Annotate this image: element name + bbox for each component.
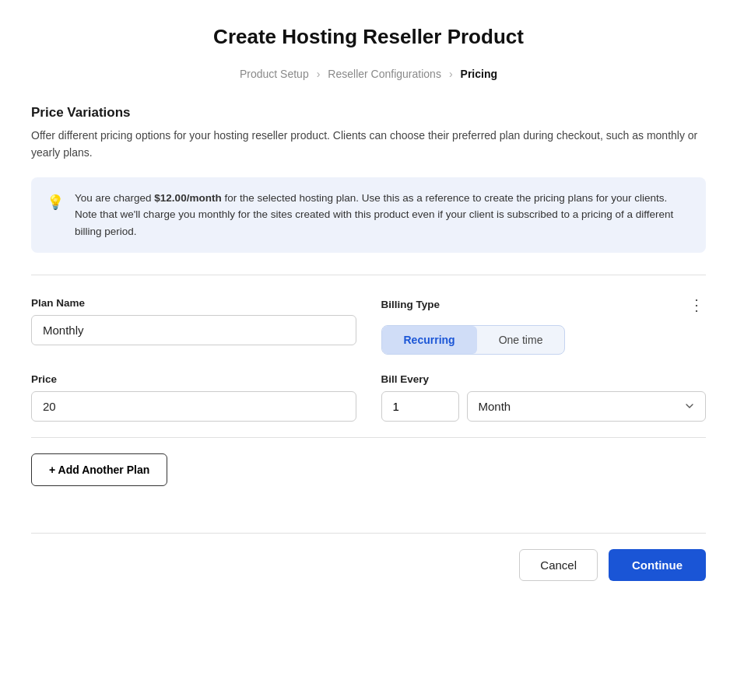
info-icon: 💡 <box>47 191 64 214</box>
bill-every-label: Bill Every <box>381 373 707 385</box>
bill-every-number-input[interactable] <box>381 391 459 422</box>
cancel-button[interactable]: Cancel <box>519 549 598 581</box>
billing-onetime-button[interactable]: One time <box>477 326 565 354</box>
chevron-icon-1: › <box>317 68 321 80</box>
price-variations-section: Price Variations Offer different pricing… <box>31 105 706 253</box>
footer-actions: Cancel Continue <box>31 533 706 581</box>
section-description: Offer different pricing options for your… <box>31 127 706 162</box>
info-box: 💡 You are charged $12.00/month for the s… <box>31 177 706 253</box>
breadcrumb-product-setup: Product Setup <box>240 68 309 80</box>
billing-type-label: Billing Type <box>381 299 440 310</box>
price-input[interactable] <box>31 391 356 422</box>
breadcrumb-reseller-configs: Reseller Configurations <box>328 68 441 80</box>
breadcrumb: Product Setup › Reseller Configurations … <box>31 68 706 80</box>
price-label: Price <box>31 373 356 385</box>
divider-2 <box>31 437 706 438</box>
chevron-icon-2: › <box>449 68 453 80</box>
divider-1 <box>31 275 706 275</box>
billing-type-group: Billing Type ⋮ Recurring One time <box>381 297 707 355</box>
plan-name-input[interactable] <box>31 315 356 345</box>
more-options-icon[interactable]: ⋮ <box>689 297 706 313</box>
breadcrumb-pricing: Pricing <box>461 68 497 80</box>
price-group: Price <box>31 373 356 422</box>
bill-every-group: Bill Every Day Week Month Year <box>381 373 707 422</box>
bill-every-unit-select[interactable]: Day Week Month Year <box>467 391 707 422</box>
bill-every-inputs: Day Week Month Year <box>381 391 707 422</box>
page-title: Create Hosting Reseller Product <box>31 25 706 49</box>
plan-name-group: Plan Name <box>31 297 356 345</box>
billing-toggle: Recurring One time <box>381 325 566 355</box>
add-another-plan-button[interactable]: + Add Another Plan <box>31 453 167 486</box>
billing-recurring-button[interactable]: Recurring <box>382 326 477 354</box>
plan-section: Plan Name Billing Type ⋮ Recurring One t… <box>31 291 706 422</box>
section-heading: Price Variations <box>31 105 706 121</box>
continue-button[interactable]: Continue <box>609 549 706 581</box>
info-box-text: You are charged $12.00/month for the sel… <box>75 190 690 240</box>
plan-name-label: Plan Name <box>31 297 356 309</box>
